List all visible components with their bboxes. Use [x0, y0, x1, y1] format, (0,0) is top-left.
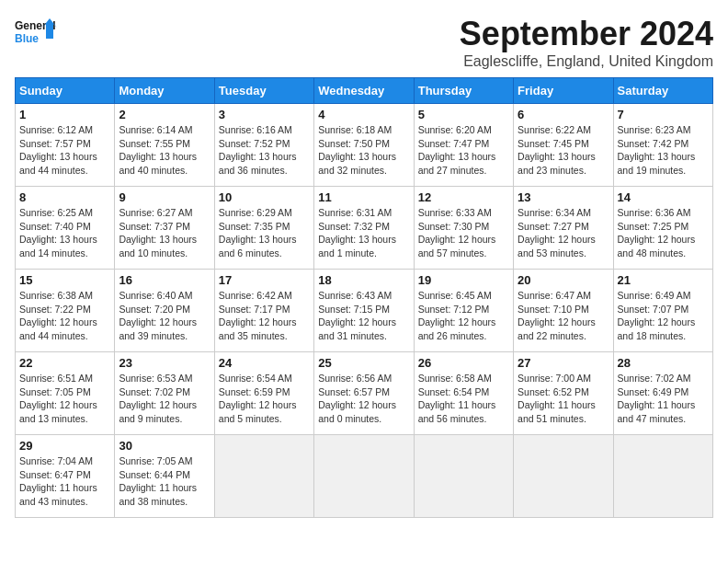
day-number: 21: [618, 273, 709, 287]
table-row: 8Sunrise: 6:25 AMSunset: 7:40 PMDaylight…: [16, 187, 115, 270]
calendar-table: Sunday Monday Tuesday Wednesday Thursday…: [15, 77, 713, 518]
table-row: 22Sunrise: 6:51 AMSunset: 7:05 PMDayligh…: [16, 352, 115, 435]
day-info: Sunrise: 7:04 AMSunset: 6:47 PMDaylight:…: [19, 454, 110, 509]
title-area: September 2024 Eaglescliffe, England, Un…: [460, 15, 713, 70]
day-info: Sunrise: 6:43 AMSunset: 7:15 PMDaylight:…: [318, 289, 409, 343]
day-number: 18: [318, 273, 409, 287]
table-row: 5Sunrise: 6:20 AMSunset: 7:47 PMDaylight…: [414, 104, 513, 187]
header-row: Sunday Monday Tuesday Wednesday Thursday…: [16, 78, 713, 104]
day-number: 20: [518, 273, 609, 287]
day-number: 23: [119, 356, 210, 370]
header: General Blue September 2024 Eaglescliffe…: [15, 15, 713, 70]
calendar-week-4: 22Sunrise: 6:51 AMSunset: 7:05 PMDayligh…: [16, 352, 713, 435]
day-number: 28: [618, 356, 709, 370]
day-info: Sunrise: 6:45 AMSunset: 7:12 PMDaylight:…: [418, 289, 509, 343]
table-row: 17Sunrise: 6:42 AMSunset: 7:17 PMDayligh…: [214, 270, 313, 352]
col-sunday: Sunday: [16, 78, 115, 104]
day-number: 11: [318, 190, 409, 204]
table-row: 21Sunrise: 6:49 AMSunset: 7:07 PMDayligh…: [613, 270, 712, 352]
table-row: 4Sunrise: 6:18 AMSunset: 7:50 PMDaylight…: [314, 104, 414, 187]
location-title: Eaglescliffe, England, United Kingdom: [460, 53, 713, 70]
day-number: 7: [618, 108, 709, 121]
day-info: Sunrise: 6:27 AMSunset: 7:37 PMDaylight:…: [119, 206, 210, 260]
day-info: Sunrise: 6:12 AMSunset: 7:57 PMDaylight:…: [19, 123, 110, 178]
day-info: Sunrise: 7:05 AMSunset: 6:44 PMDaylight:…: [119, 454, 210, 509]
table-row: [613, 435, 712, 518]
day-info: Sunrise: 7:00 AMSunset: 6:52 PMDaylight:…: [518, 372, 609, 426]
day-info: Sunrise: 6:34 AMSunset: 7:27 PMDaylight:…: [518, 206, 609, 260]
day-number: 9: [119, 190, 210, 204]
day-info: Sunrise: 6:51 AMSunset: 7:05 PMDaylight:…: [19, 372, 110, 426]
table-row: 2Sunrise: 6:14 AMSunset: 7:55 PMDaylight…: [115, 104, 214, 187]
day-number: 6: [518, 108, 609, 121]
table-row: 19Sunrise: 6:45 AMSunset: 7:12 PMDayligh…: [414, 270, 513, 352]
day-info: Sunrise: 6:54 AMSunset: 6:59 PMDaylight:…: [219, 372, 310, 426]
col-wednesday: Wednesday: [314, 78, 414, 104]
day-info: Sunrise: 6:25 AMSunset: 7:40 PMDaylight:…: [19, 206, 110, 260]
day-info: Sunrise: 6:33 AMSunset: 7:30 PMDaylight:…: [418, 206, 509, 260]
table-row: 20Sunrise: 6:47 AMSunset: 7:10 PMDayligh…: [514, 270, 613, 352]
table-row: 1Sunrise: 6:12 AMSunset: 7:57 PMDaylight…: [16, 104, 115, 187]
day-number: 5: [418, 108, 509, 121]
table-row: 12Sunrise: 6:33 AMSunset: 7:30 PMDayligh…: [414, 187, 513, 270]
day-number: 16: [119, 273, 210, 287]
day-number: 10: [219, 190, 310, 204]
day-number: 13: [518, 190, 609, 204]
table-row: 30Sunrise: 7:05 AMSunset: 6:44 PMDayligh…: [115, 435, 214, 518]
day-info: Sunrise: 6:47 AMSunset: 7:10 PMDaylight:…: [518, 289, 609, 343]
day-info: Sunrise: 6:36 AMSunset: 7:25 PMDaylight:…: [618, 206, 709, 260]
day-number: 26: [418, 356, 509, 370]
day-number: 3: [219, 108, 310, 121]
day-info: Sunrise: 6:18 AMSunset: 7:50 PMDaylight:…: [318, 123, 409, 178]
day-number: 19: [418, 273, 509, 287]
day-info: Sunrise: 6:23 AMSunset: 7:42 PMDaylight:…: [618, 123, 709, 178]
day-info: Sunrise: 6:53 AMSunset: 7:02 PMDaylight:…: [119, 372, 210, 426]
calendar-week-3: 15Sunrise: 6:38 AMSunset: 7:22 PMDayligh…: [16, 270, 713, 352]
day-info: Sunrise: 7:02 AMSunset: 6:49 PMDaylight:…: [618, 372, 709, 426]
day-number: 29: [19, 439, 110, 453]
day-info: Sunrise: 6:31 AMSunset: 7:32 PMDaylight:…: [318, 206, 409, 260]
svg-text:Blue: Blue: [15, 32, 39, 45]
calendar-week-1: 1Sunrise: 6:12 AMSunset: 7:57 PMDaylight…: [16, 104, 713, 187]
table-row: 11Sunrise: 6:31 AMSunset: 7:32 PMDayligh…: [314, 187, 414, 270]
table-row: 13Sunrise: 6:34 AMSunset: 7:27 PMDayligh…: [514, 187, 613, 270]
day-info: Sunrise: 6:14 AMSunset: 7:55 PMDaylight:…: [119, 123, 210, 178]
table-row: [214, 435, 313, 518]
month-title: September 2024: [460, 15, 713, 53]
day-number: 2: [119, 108, 210, 121]
day-number: 27: [518, 356, 609, 370]
table-row: 15Sunrise: 6:38 AMSunset: 7:22 PMDayligh…: [16, 270, 115, 352]
table-row: 27Sunrise: 7:00 AMSunset: 6:52 PMDayligh…: [514, 352, 613, 435]
table-row: 10Sunrise: 6:29 AMSunset: 7:35 PMDayligh…: [214, 187, 313, 270]
day-number: 15: [19, 273, 110, 287]
table-row: 7Sunrise: 6:23 AMSunset: 7:42 PMDaylight…: [613, 104, 712, 187]
table-row: 29Sunrise: 7:04 AMSunset: 6:47 PMDayligh…: [16, 435, 115, 518]
logo: General Blue: [15, 15, 61, 52]
day-number: 24: [219, 356, 310, 370]
col-monday: Monday: [115, 78, 214, 104]
table-row: 18Sunrise: 6:43 AMSunset: 7:15 PMDayligh…: [314, 270, 414, 352]
day-info: Sunrise: 6:20 AMSunset: 7:47 PMDaylight:…: [418, 123, 509, 178]
day-info: Sunrise: 6:38 AMSunset: 7:22 PMDaylight:…: [19, 289, 110, 343]
table-row: [414, 435, 513, 518]
day-number: 8: [19, 190, 110, 204]
table-row: 6Sunrise: 6:22 AMSunset: 7:45 PMDaylight…: [514, 104, 613, 187]
col-thursday: Thursday: [414, 78, 513, 104]
day-info: Sunrise: 6:40 AMSunset: 7:20 PMDaylight:…: [119, 289, 210, 343]
col-tuesday: Tuesday: [214, 78, 313, 104]
logo-icon: General Blue: [15, 15, 61, 52]
table-row: 16Sunrise: 6:40 AMSunset: 7:20 PMDayligh…: [115, 270, 214, 352]
table-row: 9Sunrise: 6:27 AMSunset: 7:37 PMDaylight…: [115, 187, 214, 270]
table-row: 24Sunrise: 6:54 AMSunset: 6:59 PMDayligh…: [214, 352, 313, 435]
table-row: 3Sunrise: 6:16 AMSunset: 7:52 PMDaylight…: [214, 104, 313, 187]
day-info: Sunrise: 6:22 AMSunset: 7:45 PMDaylight:…: [518, 123, 609, 178]
table-row: 26Sunrise: 6:58 AMSunset: 6:54 PMDayligh…: [414, 352, 513, 435]
day-number: 30: [119, 439, 210, 453]
day-info: Sunrise: 6:42 AMSunset: 7:17 PMDaylight:…: [219, 289, 310, 343]
day-number: 12: [418, 190, 509, 204]
col-saturday: Saturday: [613, 78, 712, 104]
table-row: [514, 435, 613, 518]
table-row: 28Sunrise: 7:02 AMSunset: 6:49 PMDayligh…: [613, 352, 712, 435]
calendar-week-2: 8Sunrise: 6:25 AMSunset: 7:40 PMDaylight…: [16, 187, 713, 270]
day-number: 22: [19, 356, 110, 370]
